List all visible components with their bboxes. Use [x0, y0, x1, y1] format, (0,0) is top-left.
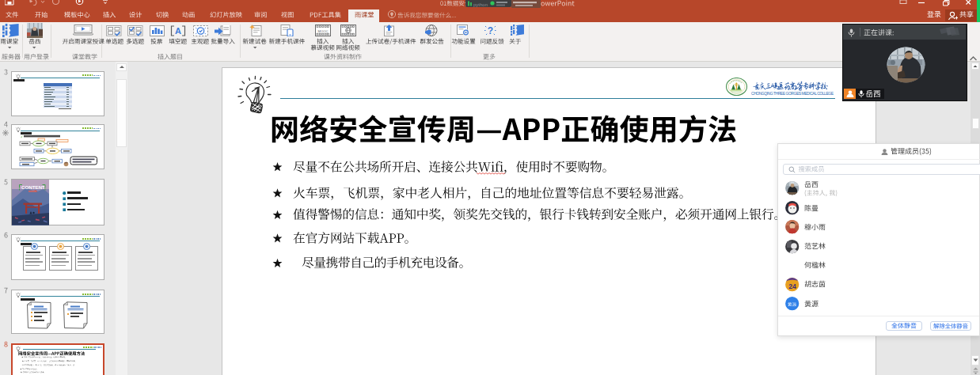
- svg-text:?: ?: [488, 25, 493, 36]
- svg-text:CHONGQING THREE GORGES MEDICAL: CHONGQING THREE GORGES MEDICAL COLLEGE: [751, 90, 834, 95]
- svg-text:A: A: [175, 26, 181, 36]
- svg-text:24: 24: [788, 282, 796, 290]
- svg-text:CONTENT: CONTENT: [21, 184, 45, 190]
- svg-text:python: python: [473, 2, 488, 7]
- svg-text:MOOC: MOOC: [317, 28, 328, 32]
